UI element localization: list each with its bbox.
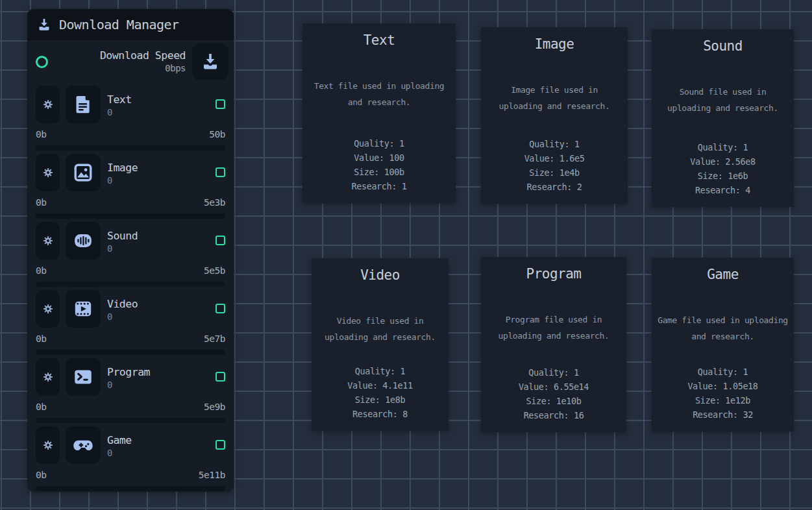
item-name: Text: [107, 93, 132, 106]
card-title: Game: [707, 267, 739, 282]
stat-size: Size: 1e6b: [690, 169, 755, 183]
gear-icon: [42, 167, 54, 178]
item-icon-button[interactable]: [66, 154, 101, 191]
download-manager-panel: Download Manager Download Speed 0bps: [27, 9, 234, 492]
card-description: Image file used in uploading and researc…: [495, 82, 615, 114]
item-checkbox[interactable]: [215, 99, 225, 109]
image-file-icon: [72, 162, 94, 184]
progress-min: 0b: [36, 198, 46, 208]
gear-icon: [42, 235, 54, 247]
stat-research: Research: 1: [351, 179, 406, 193]
progress-track: [36, 282, 225, 287]
item-settings-button[interactable]: [36, 154, 60, 191]
item-count: 0: [107, 106, 132, 118]
item-name: Program: [107, 365, 150, 379]
item-settings-button[interactable]: [36, 426, 60, 464]
download-icon: [36, 17, 52, 32]
card-stats: Quality: 1 Value: 6.55e14 Size: 1e10b Re…: [519, 365, 589, 422]
card-stats: Quality: 1 Value: 1.6e5 Size: 1e4b Resea…: [524, 137, 585, 194]
item-checkbox[interactable]: [215, 167, 225, 177]
item-icon-button[interactable]: [66, 222, 101, 260]
download-speed-text: Download Speed 0bps: [100, 49, 186, 74]
item-count: 0: [107, 311, 138, 322]
card-description: Program file used in uploading and resea…: [494, 311, 614, 344]
progress-track: [36, 486, 225, 491]
info-card-game: Game Game file used in uploading and res…: [652, 258, 794, 431]
card-title: Text: [363, 32, 395, 48]
card-description: Video file used in uploading and researc…: [320, 313, 440, 345]
card-description: Sound file used in uploading and researc…: [663, 84, 783, 116]
item-icon-button[interactable]: [66, 290, 101, 328]
card-stats: Quality: 1 Value: 4.1e11 Size: 1e8b Rese…: [347, 364, 412, 421]
card-title: Video: [360, 267, 400, 283]
download-item-image: Image 0 0b 5e3b: [27, 151, 234, 219]
item-settings-button[interactable]: [36, 86, 60, 123]
item-settings-button[interactable]: [36, 290, 60, 328]
item-icon-button[interactable]: [66, 358, 101, 396]
card-description: Text file used in uploading and research…: [311, 78, 447, 110]
stat-value: Value: 4.1e11: [347, 378, 412, 393]
download-icon: [200, 51, 221, 72]
progress-max: 5e11b: [199, 470, 225, 481]
stat-value: Value: 100: [351, 151, 406, 165]
progress-min: 0b: [36, 470, 46, 481]
progress-max: 5e9b: [204, 402, 225, 413]
panel-header: Download Manager: [27, 9, 234, 40]
item-icon-button[interactable]: [66, 426, 101, 464]
video-file-icon: [72, 298, 94, 320]
stat-quality: Quality: 1: [687, 365, 757, 379]
progress-max: 50b: [209, 130, 225, 140]
stat-value: Value: 6.55e14: [519, 380, 589, 394]
stat-quality: Quality: 1: [347, 364, 412, 378]
progress-max: 5e7b: [204, 334, 225, 345]
item-name: Sound: [107, 229, 138, 243]
download-all-button[interactable]: [192, 43, 228, 80]
stat-size: Size: 1e4b: [524, 165, 585, 180]
stat-size: Size: 100b: [351, 165, 406, 179]
item-settings-button[interactable]: [36, 358, 60, 396]
download-item-game: Game 0 0b 5e11b: [27, 424, 234, 492]
stat-research: Research: 32: [687, 407, 757, 422]
progress-min: 0b: [36, 130, 46, 140]
item-name: Image: [107, 161, 138, 175]
stat-quality: Quality: 1: [690, 140, 755, 154]
info-card-video: Video Video file used in uploading and r…: [312, 258, 449, 431]
progress-max: 5e3b: [204, 198, 225, 208]
program-file-icon: [72, 366, 94, 388]
download-speed-label: Download Speed: [100, 49, 186, 63]
stat-size: Size: 1e8b: [347, 393, 412, 407]
info-card-sound: Sound Sound file used in uploading and r…: [652, 29, 794, 207]
item-checkbox[interactable]: [215, 440, 225, 450]
stat-quality: Quality: 1: [519, 365, 589, 380]
stat-value: Value: 2.56e8: [690, 154, 755, 169]
download-item-sound: Sound 0 0b 5e5b: [27, 219, 234, 287]
stat-size: Size: 1e10b: [519, 394, 589, 408]
stat-quality: Quality: 1: [524, 137, 585, 151]
gear-icon: [42, 371, 54, 383]
stat-value: Value: 1.05e18: [687, 379, 757, 393]
stat-research: Research: 8: [347, 407, 412, 421]
progress-min: 0b: [36, 402, 46, 413]
stat-quality: Quality: 1: [351, 136, 406, 151]
card-title: Image: [535, 36, 574, 52]
item-count: 0: [107, 243, 138, 254]
progress-track: [36, 145, 225, 151]
info-card-image: Image Image file used in uploading and r…: [481, 27, 628, 204]
item-settings-button[interactable]: [36, 222, 60, 260]
card-stats: Quality: 1 Value: 1.05e18 Size: 1e12b Re…: [687, 365, 757, 422]
stat-value: Value: 1.6e5: [524, 151, 585, 165]
progress-max: 5e5b: [204, 266, 225, 276]
item-name: Game: [107, 433, 132, 447]
download-item-video: Video 0 0b 5e7b: [27, 287, 234, 356]
item-count: 0: [107, 447, 132, 459]
info-card-text: Text Text file used in uploading and res…: [302, 23, 456, 203]
card-title: Sound: [703, 38, 743, 54]
gear-icon: [42, 439, 54, 451]
item-checkbox[interactable]: [215, 236, 225, 245]
item-checkbox[interactable]: [215, 372, 225, 382]
item-icon-button[interactable]: [66, 86, 101, 123]
item-checkbox[interactable]: [215, 304, 225, 313]
stat-size: Size: 1e12b: [687, 393, 757, 407]
progress-min: 0b: [36, 334, 46, 345]
info-card-program: Program Program file used in uploading a…: [481, 257, 626, 432]
